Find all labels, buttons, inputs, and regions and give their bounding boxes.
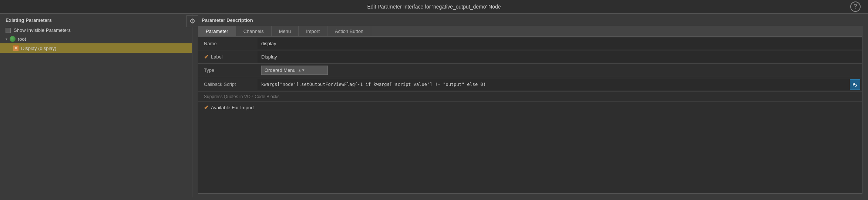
suppress-row: Suppress Quotes in VOP Code Blocks: [198, 92, 862, 102]
type-row: Type Ordered Menu ▲▼: [198, 64, 862, 77]
display-item-label: Display (display): [21, 46, 56, 51]
param-desc-header: Parameter Description: [198, 17, 862, 23]
title-bar: Edit Parameter Interface for 'negative_o…: [0, 0, 868, 14]
right-panel: Parameter Description Parameter Channels…: [192, 14, 868, 197]
name-value[interactable]: display: [258, 38, 862, 49]
suppress-label: Suppress Quotes in VOP Code Blocks: [204, 94, 280, 99]
type-select-container: Ordered Menu ▲▼: [258, 64, 332, 76]
tab-menu[interactable]: Menu: [272, 26, 299, 36]
name-row: Name display: [198, 37, 862, 50]
label-label: ✔ Label: [198, 50, 258, 63]
type-select-arrow: ▲▼: [298, 68, 305, 72]
param-type-icon: ≡: [13, 45, 19, 51]
label-value[interactable]: Display: [258, 51, 862, 63]
callback-row: Callback Script kwargs["node"].setOutput…: [198, 77, 862, 92]
gear-button[interactable]: ⚙: [186, 15, 198, 27]
type-select[interactable]: Ordered Menu ▲▼: [261, 66, 328, 75]
type-label: Type: [198, 64, 258, 76]
show-invisible-row: Show Invisible Parameters: [0, 26, 192, 34]
window-title: Edit Parameter Interface for 'negative_o…: [367, 4, 501, 10]
main-content: Existing Parameters Show Invisible Param…: [0, 14, 868, 197]
available-label: Available For Import: [211, 105, 254, 110]
existing-params-header: Existing Parameters: [0, 17, 192, 26]
form-area: Name display ✔ Label Display Type: [198, 37, 862, 194]
tab-import[interactable]: Import: [299, 26, 327, 36]
tabs-bar: Parameter Channels Menu Import Action Bu…: [198, 26, 862, 37]
tab-parameter[interactable]: Parameter: [198, 26, 236, 36]
label-row: ✔ Label Display: [198, 50, 862, 64]
tree-root-row[interactable]: ▾ root: [0, 34, 192, 43]
available-checkmark: ✔: [204, 104, 209, 111]
root-label: root: [18, 36, 26, 42]
help-button[interactable]: ?: [850, 1, 861, 12]
tab-channels[interactable]: Channels: [236, 26, 272, 36]
callback-label: Callback Script: [198, 79, 258, 90]
display-tree-item[interactable]: ≡ Display (display): [0, 43, 192, 53]
tree-expand-arrow: ▾: [6, 37, 7, 41]
show-invisible-checkbox[interactable]: [6, 28, 11, 33]
python-button[interactable]: Py: [850, 79, 860, 90]
callback-value[interactable]: kwargs["node"].setOutputForViewFlag(-1 i…: [258, 79, 850, 90]
available-row: ✔ Available For Import: [198, 102, 862, 113]
name-label: Name: [198, 38, 258, 49]
tab-action-button[interactable]: Action Button: [327, 26, 371, 36]
label-checkmark: ✔: [204, 53, 209, 60]
left-panel: Existing Parameters Show Invisible Param…: [0, 14, 192, 197]
root-globe-icon: [10, 36, 16, 42]
show-invisible-label: Show Invisible Parameters: [14, 27, 71, 33]
